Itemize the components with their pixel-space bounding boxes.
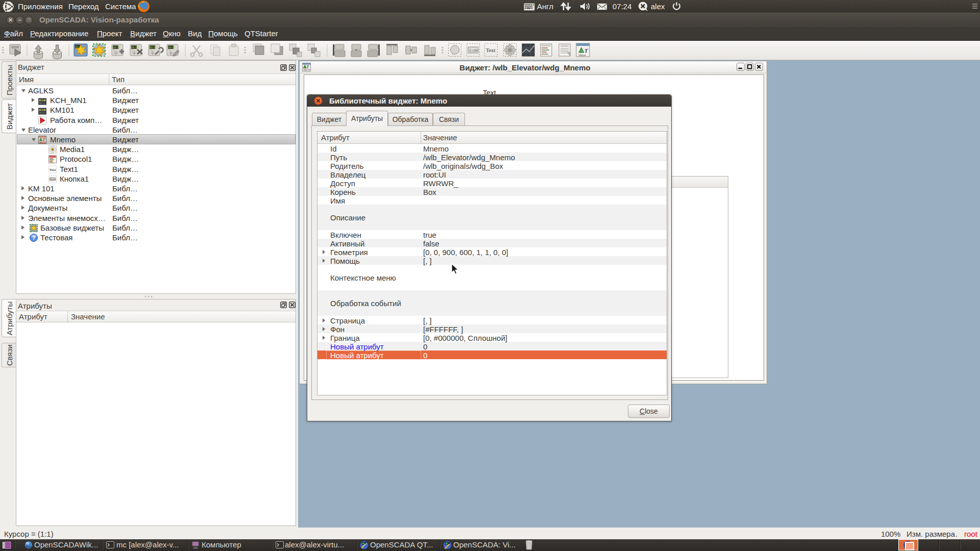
svg-text:00.00: 00.00 — [168, 46, 176, 49]
svg-text:00.00: 00.00 — [132, 46, 139, 49]
svg-text:?: ? — [32, 235, 36, 241]
svg-text:VaLue: VaLue — [39, 141, 45, 144]
svg-text:00.00: 00.00 — [150, 46, 157, 49]
svg-text:Text: Text — [49, 168, 56, 172]
svg-text:Enter: Enter — [470, 48, 478, 52]
svg-text:Enter: Enter — [50, 178, 56, 181]
svg-text:00.00: 00.00 — [113, 46, 120, 49]
svg-text:Value: Value — [578, 54, 586, 57]
svg-text:Text: Text — [486, 47, 496, 53]
